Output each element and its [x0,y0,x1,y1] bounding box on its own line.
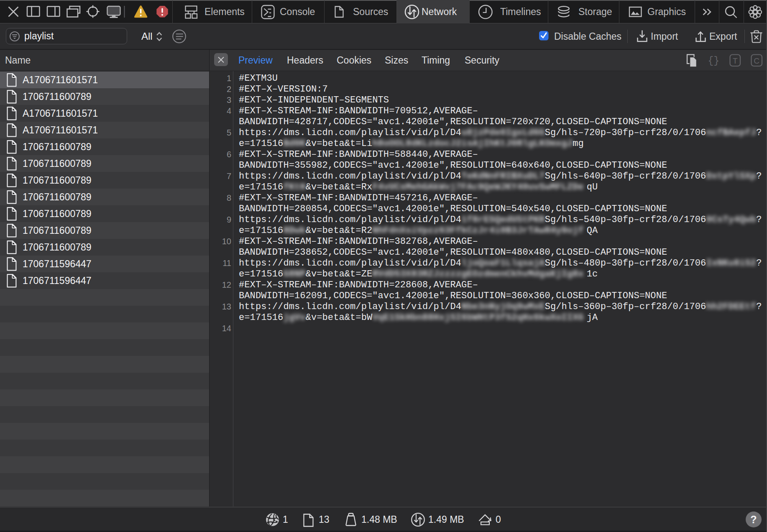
svg-text:{}: {} [708,56,720,66]
svg-text:C: C [754,56,759,65]
svg-text:T: T [733,56,738,65]
